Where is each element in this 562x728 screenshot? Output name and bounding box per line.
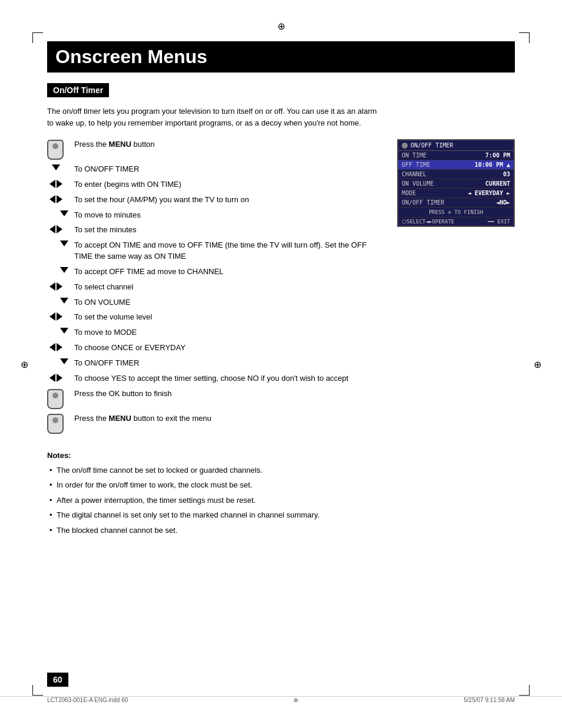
tv-nav-row: ⬡SELECT◄►OPERATE ━━ EXIT bbox=[398, 218, 514, 226]
triangle-down-icon bbox=[60, 358, 68, 364]
triangle-left-icon bbox=[49, 180, 55, 188]
tv-value: ◄ EVERYDAY ► bbox=[468, 190, 510, 196]
step-text: To choose YES to accept the timer settin… bbox=[74, 373, 385, 384]
tv-label: OFF TIME bbox=[402, 162, 430, 168]
triangle-left-icon bbox=[49, 282, 55, 291]
tv-label: MODE bbox=[402, 190, 416, 196]
step-icon-lr bbox=[47, 179, 74, 188]
page-container: ⊕ ⊕ ⊕ Onscreen Menus On/Off Timer The on… bbox=[0, 0, 562, 728]
triangle-left-icon bbox=[49, 343, 55, 351]
corner-mark-tr bbox=[519, 32, 530, 43]
step-icon-lr bbox=[47, 225, 74, 233]
note-item: The digital channel is set only set to t… bbox=[47, 509, 515, 521]
step-row: To accept OFF TIME ad move to CHANNEL bbox=[47, 266, 385, 278]
step-row: To accept ON TIME and move to OFF TIME (… bbox=[47, 240, 385, 262]
tv-row-mode: MODE ◄ EVERYDAY ► bbox=[398, 189, 514, 198]
triangle-right-icon bbox=[57, 343, 62, 351]
tv-title-row: ON/OFF TIMER bbox=[398, 140, 514, 151]
remote-icon bbox=[47, 414, 64, 434]
triangle-left-icon bbox=[49, 312, 55, 321]
corner-mark-bl bbox=[32, 685, 43, 696]
step-row: To choose ONCE or EVERYDAY bbox=[47, 342, 385, 354]
step-row: To ON/OFF TIMER bbox=[47, 164, 385, 175]
tv-label: ON/OFF TIMER bbox=[402, 199, 444, 206]
step-text: To move to MODE bbox=[74, 327, 385, 338]
step-row: To choose YES to accept the timer settin… bbox=[47, 373, 385, 384]
step-text: To move to minutes bbox=[74, 210, 385, 221]
triangle-down-icon bbox=[52, 164, 60, 170]
footer-center: ⊕ bbox=[293, 697, 298, 703]
triangle-down-icon bbox=[60, 298, 68, 304]
step-row: To set the hour (AM/PM) you want the TV … bbox=[47, 195, 385, 206]
note-item: The on/off time cannot be set to locked … bbox=[47, 465, 515, 476]
triangle-left-icon bbox=[49, 225, 55, 233]
circle-icon bbox=[402, 143, 408, 149]
step-icon-remote bbox=[47, 139, 74, 160]
note-item: In order for the on/off timer to work, t… bbox=[47, 479, 515, 491]
tv-value: 03 bbox=[503, 171, 510, 177]
triangle-down-icon bbox=[60, 267, 68, 273]
step-row: To ON VOLUME bbox=[47, 297, 385, 308]
step-text: To ON/OFF TIMER bbox=[74, 358, 385, 369]
tv-label: ON VOLUME bbox=[402, 180, 434, 187]
step-row: Press the OK button to finish bbox=[47, 388, 385, 409]
step-text: To set the minutes bbox=[74, 225, 385, 236]
step-text: To enter (begins with ON TIME) bbox=[74, 179, 385, 190]
step-text: To select channel bbox=[74, 282, 385, 293]
step-row: To select channel bbox=[47, 282, 385, 293]
triangle-down-icon bbox=[60, 241, 68, 246]
notes-title: Notes: bbox=[47, 451, 515, 460]
tv-title: ON/OFF TIMER bbox=[411, 142, 453, 149]
footer: LCT2063-001E-A ENG.indd 60 ⊕ 5/25/07 9:1… bbox=[0, 696, 562, 703]
triangle-right-icon bbox=[57, 312, 62, 321]
corner-mark-br bbox=[519, 685, 530, 696]
tv-label: CHANNEL bbox=[402, 171, 427, 177]
step-icon-lr bbox=[47, 342, 74, 351]
triangle-right-icon bbox=[57, 282, 62, 291]
page-number: 60 bbox=[47, 673, 68, 687]
section-header-text: On/Off Timer bbox=[53, 85, 103, 95]
screen-area: ON/OFF TIMER ON TIME 7:00 PM OFF TIME 10… bbox=[397, 139, 515, 227]
step-icon-remote bbox=[47, 388, 74, 409]
triangle-left-icon bbox=[49, 374, 55, 382]
triangle-right-icon bbox=[57, 374, 62, 382]
tv-nav-right: ━━ EXIT bbox=[488, 219, 510, 225]
step-row: To move to MODE bbox=[47, 327, 385, 338]
tv-row-off-time: OFF TIME 10:00 PM ▲ bbox=[398, 160, 514, 170]
tv-value: 10:00 PM ▲ bbox=[475, 162, 510, 168]
step-icon-down bbox=[47, 327, 74, 334]
step-icon-down bbox=[47, 210, 74, 216]
step-text: To accept OFF TIME ad move to CHANNEL bbox=[74, 266, 385, 278]
step-icon-down bbox=[47, 240, 74, 246]
notes-section: Notes: The on/off time cannot be set to … bbox=[47, 451, 515, 536]
step-text: To choose ONCE or EVERYDAY bbox=[74, 342, 385, 354]
footer-left: LCT2063-001E-A ENG.indd 60 bbox=[47, 697, 128, 703]
reg-mark-right: ⊕ bbox=[534, 358, 541, 370]
tv-press-row: PRESS ⊙ TO FINISH bbox=[398, 207, 514, 218]
step-row: Press the MENU button bbox=[47, 139, 385, 160]
step-icon-lr bbox=[47, 282, 74, 291]
triangle-left-icon bbox=[49, 195, 55, 203]
remote-icon bbox=[47, 389, 64, 409]
remote-icon bbox=[47, 140, 64, 160]
step-row: Press the MENU button to exit the menu bbox=[47, 413, 385, 434]
step-row: To set the volume level bbox=[47, 312, 385, 323]
tv-value: ◄NO► bbox=[496, 199, 510, 206]
step-text: To ON VOLUME bbox=[74, 297, 385, 308]
note-item: The blocked channel cannot be set. bbox=[47, 525, 515, 536]
step-text: To accept ON TIME and move to OFF TIME (… bbox=[74, 240, 385, 262]
section-header: On/Off Timer bbox=[47, 83, 109, 97]
page-title: Onscreen Menus bbox=[55, 46, 507, 68]
triangle-right-icon bbox=[57, 180, 62, 188]
tv-row-onoff-timer: ON/OFF TIMER ◄NO► bbox=[398, 198, 514, 207]
corner-mark-tl bbox=[32, 32, 43, 43]
tv-value: 7:00 PM bbox=[485, 152, 510, 159]
triangle-right-icon bbox=[57, 225, 62, 233]
note-item: After a power interruption, the timer se… bbox=[47, 495, 515, 506]
step-icon-down bbox=[47, 266, 74, 273]
step-row: To move to minutes bbox=[47, 210, 385, 221]
step-icon-lr bbox=[47, 195, 74, 203]
tv-screen: ON/OFF TIMER ON TIME 7:00 PM OFF TIME 10… bbox=[397, 139, 515, 227]
step-icon-remote bbox=[47, 413, 74, 434]
reg-mark-top: ⊕ bbox=[277, 21, 285, 32]
